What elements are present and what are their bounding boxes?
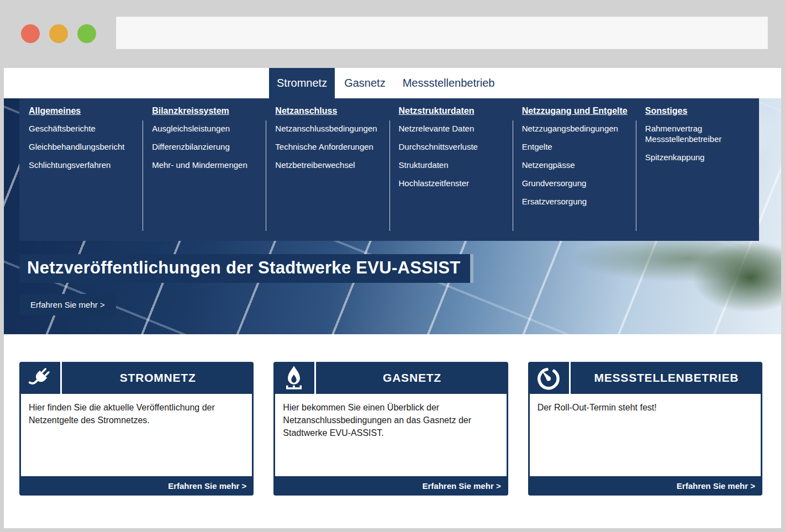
menu-column-netzzugang-und-entgelte: Netzzugang und Entgelte Netzzugangsbedin… [513,104,636,241]
maximize-window-icon[interactable] [77,24,96,43]
menu-item[interactable]: Gleichbehandlungsbericht [29,141,137,152]
menu-item[interactable]: Differenzbilanzierung [152,141,260,152]
menu-item[interactable]: Entgelte [522,141,630,152]
menu-column-netzanschluss: Netzanschluss Netzanschlussbedingungen T… [266,104,389,241]
menu-item[interactable]: Technische Anforderungen [275,141,383,152]
card-gasnetz-body: Hier bekommen Sie einen Überblick der Ne… [273,394,508,476]
browser-chrome [0,0,785,68]
stromnetz-mega-menu: Allgemeines Geschäftsberichte Gleichbeha… [19,98,759,241]
menu-column-bilanzkreissystem: Bilanzkreissystem Ausgleichsleistungen D… [143,104,266,241]
menu-heading-netzanschluss[interactable]: Netzanschluss [275,106,383,116]
address-bar[interactable] [116,17,768,49]
menu-column-netzstrukturdaten: Netzstrukturdaten Netzrelevante Daten Du… [389,104,513,241]
gas-flame-icon [280,364,308,392]
card-stromnetz: STROMNETZ Hier finden Sie die aktuelle V… [19,362,254,496]
menu-item[interactable]: Ersatzversorgung [522,196,630,207]
tab-gasnetz[interactable]: Gasnetz [336,68,393,98]
menu-column-sonstiges: Sonstiges Rahmenvertrag Messstellenbetre… [636,104,759,241]
menu-heading-allgemeines[interactable]: Allgemeines [29,106,137,116]
card-gasnetz: GASNETZ Hier bekommen Sie einen Überblic… [273,362,508,496]
menu-heading-netzzugang-und-entgelte[interactable]: Netzzugang und Entgelte [522,106,630,116]
hero-learn-more-button[interactable]: Erfahren Sie mehr > [19,294,116,315]
card-messstellenbetrieb-title: MESSSTELLENBETRIEB [571,371,762,384]
power-plug-icon [26,364,54,392]
card-messstellenbetrieb-header: MESSSTELLENBETRIEB [528,362,762,394]
menu-column-allgemeines: Allgemeines Geschäftsberichte Gleichbeha… [19,104,143,241]
card-stromnetz-title: STROMNETZ [62,371,254,384]
menu-item[interactable]: Rahmenvertrag Messstellenbetreiber [645,123,754,144]
card-messstellenbetrieb-body: Der Roll-Out-Termin steht fest! [528,394,762,476]
menu-item[interactable]: Hochlastzeitfenster [399,178,507,188]
menu-item[interactable]: Spitzenkappung [645,152,754,162]
menu-item[interactable]: Netzengpässe [522,160,630,170]
menu-item[interactable]: Netzanschlussbedingungen [275,123,383,134]
menu-item[interactable]: Netzrelevante Daten [399,123,507,134]
main-navbar: Stromnetz Gasnetz Messstellenbetrieb [4,68,781,98]
tab-messstellenbetrieb[interactable]: Messstellenbetrieb [395,68,503,98]
menu-item[interactable]: Durchschnittsverluste [399,141,507,152]
card-gasnetz-header: GASNETZ [273,362,508,394]
card-messstellenbetrieb: MESSSTELLENBETRIEB Der Roll-Out-Termin s… [528,362,762,496]
menu-item[interactable]: Mehr- und Mindermengen [152,160,260,170]
card-gasnetz-learn-more-link[interactable]: Erfahren Sie mehr > [273,476,508,496]
minimize-window-icon[interactable] [49,24,68,43]
meter-gauge-icon [535,364,562,392]
menu-heading-bilanzkreissystem[interactable]: Bilanzkreissystem [152,106,260,116]
teaser-cards: STROMNETZ Hier finden Sie die aktuelle V… [19,362,762,496]
menu-item[interactable]: Netzbetreiberwechsel [275,160,383,170]
page-title: Netzveröffentlichungen der Stadtwerke EV… [19,254,470,283]
page-window: Netzveröffentlichungen der Stadtwerke EV… [4,68,781,528]
menu-heading-sonstiges[interactable]: Sonstiges [645,106,754,116]
menu-item[interactable]: Netzzugangsbedingungen [522,123,630,134]
card-stromnetz-learn-more-link[interactable]: Erfahren Sie mehr > [19,476,254,496]
close-window-icon[interactable] [21,24,40,43]
card-stromnetz-body: Hier finden Sie die aktuelle Veröffentli… [19,394,254,476]
window-controls [21,24,96,43]
menu-item[interactable]: Ausgleichsleistungen [152,123,260,134]
menu-item[interactable]: Geschäftsberichte [29,123,137,134]
card-gasnetz-title: GASNETZ [316,371,508,384]
nav-tabs: Stromnetz Gasnetz Messstellenbetrieb [269,68,504,98]
card-messstellenbetrieb-learn-more-link[interactable]: Erfahren Sie mehr > [528,476,762,496]
tab-stromnetz[interactable]: Stromnetz [269,68,335,98]
menu-item[interactable]: Schlichtungsverfahren [29,160,137,170]
menu-item[interactable]: Grundversorgung [522,178,630,188]
menu-heading-netzstrukturdaten[interactable]: Netzstrukturdaten [399,106,507,116]
card-stromnetz-header: STROMNETZ [19,362,254,394]
menu-item[interactable]: Strukturdaten [399,160,507,170]
